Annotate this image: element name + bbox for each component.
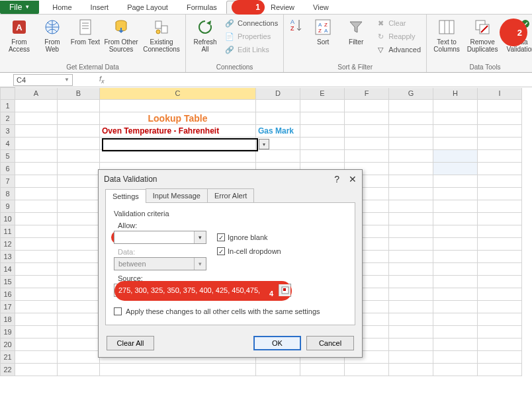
sort-button[interactable]: AZZA Sort	[308, 16, 338, 46]
row-header-6[interactable]: 6	[1, 163, 15, 175]
cell[interactable]	[433, 313, 478, 326]
cell[interactable]	[433, 251, 478, 263]
cell[interactable]	[100, 100, 256, 112]
cell[interactable]	[389, 163, 433, 175]
tab-error-alert[interactable]: Error Alert	[207, 188, 255, 202]
cell[interactable]	[15, 288, 58, 301]
cell[interactable]	[15, 175, 58, 188]
cell[interactable]	[478, 163, 522, 175]
cell[interactable]	[389, 251, 433, 263]
cell[interactable]	[389, 301, 433, 313]
range-picker-icon[interactable]	[279, 284, 290, 296]
cell[interactable]	[478, 175, 522, 188]
cell[interactable]	[433, 188, 478, 200]
cell[interactable]	[433, 288, 478, 301]
in-cell-dropdown-checkbox[interactable]: ✓In-cell dropdown	[217, 247, 281, 255]
row-header-9[interactable]: 9	[1, 200, 15, 213]
cell[interactable]: Gas Mark	[256, 125, 300, 138]
cell[interactable]	[58, 351, 100, 364]
cell[interactable]	[345, 125, 389, 138]
source-input[interactable]: 275, 300, 325, 350, 375, 400, 425, 450,4…	[114, 284, 291, 297]
cell[interactable]	[433, 276, 478, 288]
cancel-button[interactable]: Cancel	[306, 336, 354, 350]
cell[interactable]	[58, 100, 100, 112]
cell[interactable]	[433, 326, 478, 338]
cell[interactable]	[15, 364, 58, 376]
row-header-10[interactable]: 10	[1, 213, 15, 225]
cell[interactable]	[389, 150, 433, 163]
cell[interactable]	[58, 338, 100, 351]
cell[interactable]	[58, 288, 100, 301]
cell[interactable]	[433, 200, 478, 213]
cell[interactable]	[478, 100, 522, 112]
cell[interactable]	[478, 326, 522, 338]
dialog-titlebar[interactable]: Data Validation ? ✕	[99, 170, 362, 188]
cell[interactable]	[15, 100, 58, 112]
cell[interactable]: Oven Temperature - Fahrenheit	[100, 125, 256, 138]
cell[interactable]	[15, 251, 58, 263]
cell[interactable]	[478, 150, 522, 163]
cell[interactable]	[478, 251, 522, 263]
row-header-12[interactable]: 12	[1, 238, 15, 251]
cell[interactable]	[433, 100, 478, 112]
cell[interactable]	[478, 288, 522, 301]
ignore-blank-checkbox[interactable]: ✓Ignore blank	[217, 233, 268, 241]
tab-pagelayout[interactable]: Page Layout	[118, 1, 177, 13]
row-header-14[interactable]: 14	[1, 263, 15, 276]
cell[interactable]	[58, 112, 100, 125]
cell[interactable]	[15, 313, 58, 326]
existing-connections-button[interactable]: Existing Connections	[142, 16, 181, 53]
cell[interactable]	[389, 338, 433, 351]
col-header-H[interactable]: H	[433, 88, 478, 100]
cell[interactable]	[345, 112, 389, 125]
cell[interactable]	[256, 100, 300, 112]
row-header-8[interactable]: 8	[1, 188, 15, 200]
ok-button[interactable]: OK	[253, 336, 301, 350]
cell[interactable]	[256, 150, 300, 163]
cell[interactable]	[478, 351, 522, 364]
help-icon[interactable]: ?	[334, 174, 339, 184]
cell[interactable]	[58, 138, 100, 150]
cell[interactable]	[433, 125, 478, 138]
cell[interactable]	[389, 263, 433, 276]
from-text-button[interactable]: From Text	[70, 16, 101, 46]
from-access-button[interactable]: A From Access	[4, 16, 34, 53]
cell[interactable]	[300, 150, 345, 163]
cell[interactable]	[100, 364, 256, 376]
cell[interactable]	[15, 326, 58, 338]
tab-home[interactable]: Home	[43, 1, 81, 13]
cell[interactable]	[58, 175, 100, 188]
data-validation-button[interactable]: Data Validation	[502, 16, 532, 53]
col-header-B[interactable]: B	[58, 88, 100, 100]
cell[interactable]	[478, 213, 522, 225]
cell[interactable]	[58, 188, 100, 200]
chevron-down-icon[interactable]: ▾	[194, 231, 206, 243]
col-header-C[interactable]: C	[100, 88, 256, 100]
cell[interactable]	[389, 364, 433, 376]
row-header-1[interactable]: 1	[1, 100, 15, 112]
close-icon[interactable]: ✕	[349, 174, 357, 184]
cell[interactable]	[58, 301, 100, 313]
cell[interactable]	[300, 100, 345, 112]
cell[interactable]	[433, 225, 478, 238]
tab-input-message[interactable]: Input Message	[146, 188, 208, 202]
cell[interactable]	[389, 188, 433, 200]
cell[interactable]	[58, 313, 100, 326]
cell[interactable]	[15, 338, 58, 351]
cell[interactable]	[433, 338, 478, 351]
cell[interactable]	[15, 263, 58, 276]
cell[interactable]	[478, 200, 522, 213]
cell[interactable]	[100, 150, 256, 163]
chevron-down-icon[interactable]: ▼	[64, 77, 69, 83]
cell[interactable]	[345, 150, 389, 163]
cell[interactable]	[389, 326, 433, 338]
cell[interactable]	[433, 364, 478, 376]
cell[interactable]	[58, 326, 100, 338]
cell[interactable]	[15, 150, 58, 163]
cell[interactable]	[15, 125, 58, 138]
name-box[interactable]: C4 ▼	[13, 74, 73, 86]
cell[interactable]	[389, 351, 433, 364]
cell[interactable]	[433, 238, 478, 251]
row-header-21[interactable]: 21	[1, 351, 15, 364]
apply-all-checkbox[interactable]: Apply these changes to all other cells w…	[114, 307, 347, 315]
